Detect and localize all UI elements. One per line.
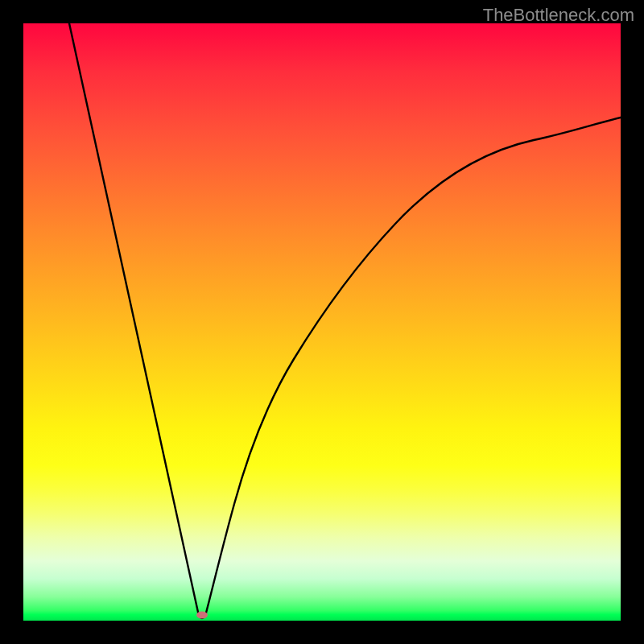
minimum-marker xyxy=(196,612,208,619)
watermark-text: TheBottleneck.com xyxy=(483,5,634,26)
plot-gradient-background xyxy=(23,23,621,621)
chart-frame: TheBottleneck.com xyxy=(0,0,644,644)
